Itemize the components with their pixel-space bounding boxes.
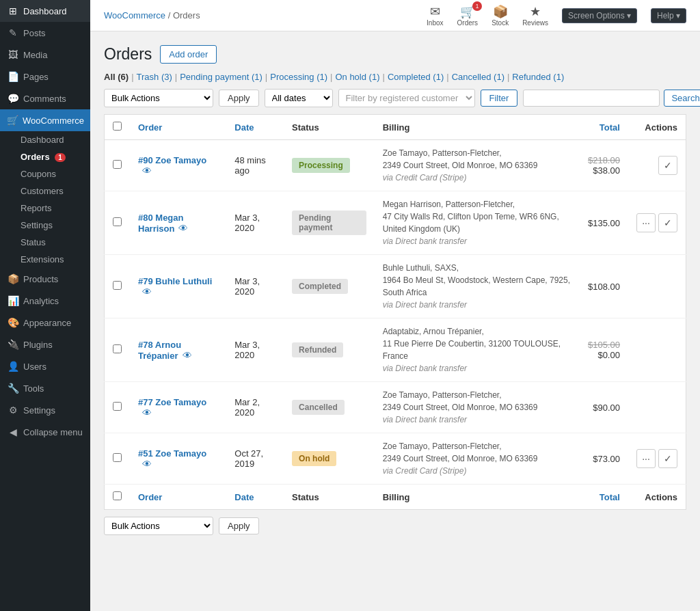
status-badge: Pending payment [292, 211, 366, 235]
all-dates-select[interactable]: All dates [265, 89, 333, 107]
order-link[interactable]: #90 Zoe Tamayo [138, 155, 206, 165]
order-cell: #80 Megan Harrison👁 [130, 191, 226, 255]
order-link[interactable]: #79 Buhle Luthuli [138, 276, 212, 286]
order-link[interactable]: #78 Arnou Trépanier [138, 340, 181, 361]
price-total: $108.00 [588, 282, 620, 292]
sidebar-sub-woo-orders[interactable]: Orders 1 [0, 148, 90, 165]
total-column-header[interactable]: Total [580, 115, 628, 140]
action-more-button[interactable]: ··· [636, 449, 656, 468]
order-column-header[interactable]: Order [130, 115, 226, 140]
row-checkbox[interactable] [113, 160, 122, 169]
table-row: #51 Zoe Tamayo👁Oct 27, 2019On holdZoe Ta… [105, 433, 686, 485]
sidebar-item-users[interactable]: 👤 Users [0, 355, 90, 377]
eye-icon[interactable]: 👁 [142, 459, 152, 470]
add-order-button[interactable]: Add order [160, 45, 217, 64]
row-checkbox[interactable] [113, 217, 122, 226]
eye-icon[interactable]: 👁 [142, 165, 152, 176]
customer-filter-select[interactable]: Filter by registered customer [338, 89, 475, 107]
actions-column-header: Actions [628, 115, 686, 140]
appearance-icon: 🎨 [7, 317, 19, 328]
filter-tab-processing[interactable]: Processing (1) [270, 72, 327, 82]
apply-button-top[interactable]: Apply [219, 90, 259, 107]
bulk-actions-select-bottom[interactable]: Bulk Actions [104, 517, 213, 535]
sidebar-item-label: WooCommerce [23, 116, 84, 126]
filter-tab-completed[interactable]: Completed (1) [388, 72, 444, 82]
filter-tab-cancelled[interactable]: Cancelled (1) [452, 72, 504, 82]
sidebar-sub-woo-customers[interactable]: Customers [0, 182, 90, 200]
date-cell: Mar 2, 2020 [226, 382, 284, 433]
select-all-checkbox[interactable] [113, 122, 122, 131]
sidebar-sub-woo-reports[interactable]: Reports [0, 200, 90, 217]
order-cell: #79 Buhle Luthuli👁 [130, 255, 226, 318]
breadcrumb-separator: / [168, 10, 173, 21]
order-link[interactable]: #77 Zoe Tamayo [138, 397, 206, 407]
sidebar-item-posts[interactable]: ✎ Posts [0, 22, 90, 44]
sidebar-sub-woo-extensions[interactable]: Extensions [0, 251, 90, 268]
select-all-checkbox-footer[interactable] [105, 485, 131, 510]
sidebar-item-label: Analytics [23, 296, 59, 306]
filter-button[interactable]: Filter [481, 90, 518, 107]
select-all-checkbox-bottom[interactable] [113, 491, 122, 500]
stock-icon: 📦 [493, 4, 508, 19]
row-checkbox[interactable] [113, 453, 122, 462]
sidebar-item-label: Plugins [23, 340, 53, 350]
actions-cell: ···✓ [628, 191, 686, 255]
date-column-header[interactable]: Date [226, 115, 284, 140]
sidebar-item-woocommerce[interactable]: 🛒 WooCommerce [0, 109, 90, 131]
sidebar-item-label: Appearance [23, 318, 71, 328]
action-complete-button[interactable]: ✓ [658, 449, 677, 468]
nav-orders[interactable]: 🛒 1 Orders [457, 4, 479, 27]
filter-tab-pending[interactable]: Pending payment (1) [180, 72, 262, 82]
filter-tab-onhold[interactable]: On hold (1) [335, 72, 379, 82]
orders-table: Order Date Status Billing Total Actions … [104, 114, 686, 510]
order-link[interactable]: #51 Zoe Tamayo [138, 448, 206, 459]
nav-reviews[interactable]: ★ Reviews [522, 4, 548, 27]
order-link[interactable]: #80 Megan Harrison [138, 213, 183, 234]
screen-options-button[interactable]: Screen Options ▾ [562, 8, 637, 23]
price-total: $73.00 [588, 454, 620, 464]
sidebar-sub-woo-coupons[interactable]: Coupons [0, 165, 90, 182]
action-more-button[interactable]: ··· [636, 213, 656, 232]
action-complete-button[interactable]: ✓ [658, 156, 677, 175]
actions-cell [628, 255, 686, 318]
sidebar-item-label: Settings [23, 405, 55, 416]
sidebar-item-analytics[interactable]: 📊 Analytics [0, 290, 90, 312]
help-button[interactable]: Help ▾ [651, 8, 686, 23]
order-cell: #77 Zoe Tamayo👁 [130, 382, 226, 433]
sidebar-item-tools[interactable]: 🔧 Tools [0, 377, 90, 399]
sidebar-item-products[interactable]: 📦 Products [0, 268, 90, 290]
select-all-checkbox-header[interactable] [105, 115, 131, 140]
eye-icon[interactable]: 👁 [142, 286, 152, 297]
search-input[interactable] [523, 90, 660, 107]
eye-icon[interactable]: 👁 [178, 223, 188, 234]
sidebar-item-collapse[interactable]: ◀ Collapse menu [0, 421, 90, 443]
row-checkbox-cell [105, 255, 131, 318]
sidebar-sub-woo-status[interactable]: Status [0, 234, 90, 251]
row-checkbox[interactable] [113, 402, 122, 411]
sidebar-sub-woo-dashboard[interactable]: Dashboard [0, 131, 90, 148]
eye-icon[interactable]: 👁 [183, 350, 192, 361]
sidebar-item-settings[interactable]: ⚙ Settings [0, 399, 90, 421]
action-complete-button[interactable]: ✓ [658, 213, 677, 232]
nav-stock[interactable]: 📦 Stock [492, 4, 509, 27]
nav-inbox[interactable]: ✉ Inbox [427, 4, 443, 27]
sidebar-item-dashboard[interactable]: ⊞ Dashboard [0, 0, 90, 22]
sidebar-item-media[interactable]: 🖼 Media [0, 44, 90, 66]
sidebar-item-plugins[interactable]: 🔌 Plugins [0, 334, 90, 355]
sidebar-item-pages[interactable]: 📄 Pages [0, 66, 90, 87]
filter-tab-trash[interactable]: Trash (3) [137, 72, 172, 82]
filter-tab-refunded[interactable]: Refunded (1) [512, 72, 564, 82]
breadcrumb-woocommerce[interactable]: WooCommerce [104, 10, 165, 21]
bulk-actions-select-top[interactable]: Bulk Actions [104, 89, 213, 107]
sidebar-sub-woo-settings[interactable]: Settings [0, 217, 90, 234]
sidebar-item-appearance[interactable]: 🎨 Appearance [0, 312, 90, 334]
total-cell: $218.00$38.00 [580, 140, 628, 191]
date-column-footer: Date [226, 485, 284, 510]
search-orders-button[interactable]: Search orders [664, 90, 700, 107]
apply-button-bottom[interactable]: Apply [219, 517, 259, 534]
row-checkbox[interactable] [113, 344, 122, 353]
sidebar-item-comments[interactable]: 💬 Comments [0, 87, 90, 109]
row-checkbox[interactable] [113, 281, 122, 290]
filter-tab-all[interactable]: All (6) [104, 72, 129, 82]
eye-icon[interactable]: 👁 [142, 407, 152, 418]
